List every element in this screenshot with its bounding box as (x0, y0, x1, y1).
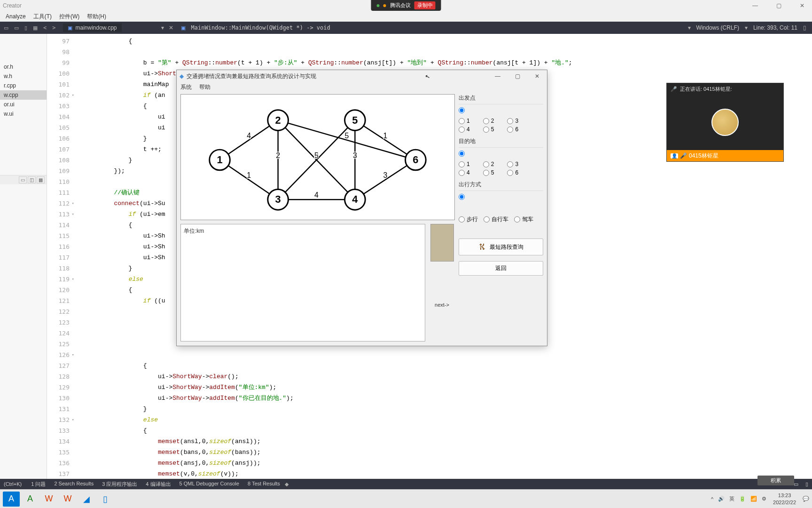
dest-radio-1[interactable]: 1 (459, 161, 470, 167)
maximize-button[interactable]: ▢ (772, 2, 786, 9)
menu-analyze[interactable]: Analyze (6, 13, 26, 20)
start-radio-2[interactable]: 2 (483, 118, 494, 124)
svg-text:2: 2 (275, 114, 281, 126)
tray-icon[interactable]: 🔊 (718, 496, 725, 502)
svg-text:3: 3 (275, 193, 281, 205)
dest-radio-6[interactable]: 6 (507, 169, 518, 176)
sidebar-file-item[interactable]: w.ui (0, 109, 47, 119)
sidebar-file-item[interactable]: or.ui (0, 100, 47, 109)
dialog-title: 交通拥堵情况查询兼最短路段查询系统的设计与实现 (187, 72, 491, 80)
svg-text:5: 5 (345, 132, 349, 140)
speaking-label: 正在讲话: 0415林钜星: (680, 86, 732, 93)
close-button[interactable]: ✕ (795, 2, 809, 9)
status-tab[interactable]: 4 编译输出 (146, 481, 171, 488)
svg-text:4: 4 (247, 132, 251, 140)
mic-icon: 🎤 (680, 152, 687, 159)
dialog-close-button[interactable]: ✕ (530, 73, 544, 79)
menu-tools[interactable]: 工具(T) (33, 13, 52, 21)
sidebar-file-item[interactable]: or.h (0, 62, 47, 71)
accumulate-pill[interactable]: 积累 (757, 476, 794, 485)
dest-radio-3[interactable]: 3 (507, 161, 518, 167)
sidebar-control-icon[interactable]: ◫ (28, 176, 36, 183)
nav-back-icon[interactable]: < (41, 24, 48, 31)
minimize-button[interactable]: — (748, 2, 762, 9)
back-button[interactable]: 返回 (459, 261, 543, 276)
dest-radio-selected[interactable] (459, 151, 465, 157)
svg-text:1: 1 (247, 171, 251, 179)
user-name: 0415林钜星 (689, 152, 718, 160)
start-radio-selected[interactable] (459, 107, 465, 113)
line-number-gutter: 9798991001011021031041051061071081091101… (47, 34, 75, 485)
task-app-icon[interactable]: ◢ (78, 492, 95, 507)
doc-icon[interactable]: ▭ (2, 24, 10, 32)
breadcrumb-function[interactable]: MainWindow::MainWindow(QWidget *) -> voi… (191, 24, 330, 31)
file-tab[interactable]: ▣ mainwindow.cpp (63, 24, 121, 32)
tray-icon[interactable]: 英 (729, 495, 734, 502)
status-tab[interactable]: 5 QML Debugger Console (180, 481, 239, 488)
tray-icon[interactable]: ^ (711, 496, 713, 502)
sidebar-file-item[interactable]: r.cpp (0, 81, 47, 90)
query-button[interactable]: ⛕ 最短路段查询 (459, 238, 543, 255)
start-radio-5[interactable]: 5 (483, 126, 494, 133)
shortcut-hint: (Ctrl+K) (4, 481, 22, 487)
status-icon[interactable]: ▭ (794, 481, 798, 487)
svg-text:3: 3 (383, 171, 387, 179)
tab-close-icon[interactable]: ✕ (169, 24, 173, 31)
svg-text:5: 5 (352, 114, 358, 126)
mode-radio-selected[interactable] (459, 194, 465, 200)
app-title: Creator (3, 2, 22, 9)
sidebar-file-item[interactable]: w.cpp (0, 90, 47, 100)
svg-text:1: 1 (217, 154, 222, 166)
mode-radio-自行车[interactable]: 自行车 (484, 215, 508, 223)
grid-icon[interactable]: ▦ (31, 24, 39, 32)
video-float-panel[interactable]: 🎤 正在讲话: 0415林钜星: 👤 🎤 0415林钜星 (666, 83, 784, 162)
settings-icon[interactable]: ▯ (803, 24, 806, 31)
menu-help[interactable]: 帮助(H) (87, 13, 106, 21)
start-radio-4[interactable]: 4 (459, 126, 470, 133)
notification-icon[interactable]: 💬 (803, 496, 809, 502)
tray-icon[interactable]: ⚙ (762, 496, 766, 502)
task-app-icon[interactable]: W (59, 492, 76, 507)
dialog-menu-system[interactable]: 系统 (180, 83, 192, 91)
encoding-dropdown-icon[interactable]: ▾ (745, 24, 748, 31)
svg-text:3: 3 (353, 151, 357, 159)
menu-widgets[interactable]: 控件(W) (59, 13, 79, 21)
dest-radio-2[interactable]: 2 (483, 161, 494, 167)
breadcrumb-dropdown-icon[interactable]: ▾ (688, 24, 691, 31)
nav-forward-icon[interactable]: > (50, 24, 57, 31)
status-tab[interactable]: 1 问题 (31, 481, 46, 488)
split-icon[interactable]: ▯ (23, 24, 29, 32)
dest-radio-4[interactable]: 4 (459, 169, 470, 176)
status-dropdown-icon[interactable]: ◆ (285, 481, 289, 487)
status-tab[interactable]: 2 Search Results (54, 481, 94, 488)
task-app-icon[interactable]: A (22, 492, 39, 507)
doc-icon[interactable]: ▭ (12, 24, 21, 32)
start-radio-6[interactable]: 6 (507, 126, 518, 133)
tab-dropdown-icon[interactable]: ▾ (161, 24, 164, 31)
task-app-icon[interactable]: A (3, 492, 20, 507)
start-radio-1[interactable]: 1 (459, 118, 470, 124)
status-icon[interactable]: ▯ (805, 481, 808, 487)
svg-text:2: 2 (276, 151, 280, 159)
dialog-minimize-button[interactable]: — (491, 73, 505, 79)
editor-toolbar: ▭ ▭ ▯ ▦ < > ▣ mainwindow.cpp ▾ ✕ ▣ MainW… (0, 22, 812, 34)
status-dot-icon (383, 4, 386, 7)
task-app-icon[interactable]: W (40, 492, 57, 507)
encoding-label[interactable]: Windows (CRLF) (696, 24, 739, 31)
task-app-icon[interactable]: ▯ (97, 492, 114, 507)
dialog-titlebar[interactable]: ◆ 交通拥堵情况查询兼最短路段查询系统的设计与实现 — ▢ ✕ (177, 70, 547, 82)
dialog-menu-help[interactable]: 帮助 (199, 83, 211, 91)
sidebar-file-item[interactable]: w.h (0, 71, 47, 81)
dialog-maximize-button[interactable]: ▢ (510, 73, 524, 79)
status-tab[interactable]: 8 Test Results (248, 481, 280, 488)
mode-radio-步行[interactable]: 步行 (459, 215, 478, 223)
start-radio-3[interactable]: 3 (507, 118, 518, 124)
taskbar-clock[interactable]: 13:23 2022/2/22 (773, 492, 796, 506)
tray-icon[interactable]: 📶 (750, 496, 757, 502)
sidebar-control-icon[interactable]: ▭ (19, 176, 27, 183)
dest-radio-5[interactable]: 5 (483, 169, 494, 176)
sidebar-control-icon[interactable]: ▦ (37, 176, 45, 183)
mode-radio-驾车[interactable]: 驾车 (514, 215, 533, 223)
tray-icon[interactable]: 🔋 (739, 496, 746, 502)
status-tab[interactable]: 3 应用程序输出 (102, 481, 137, 488)
